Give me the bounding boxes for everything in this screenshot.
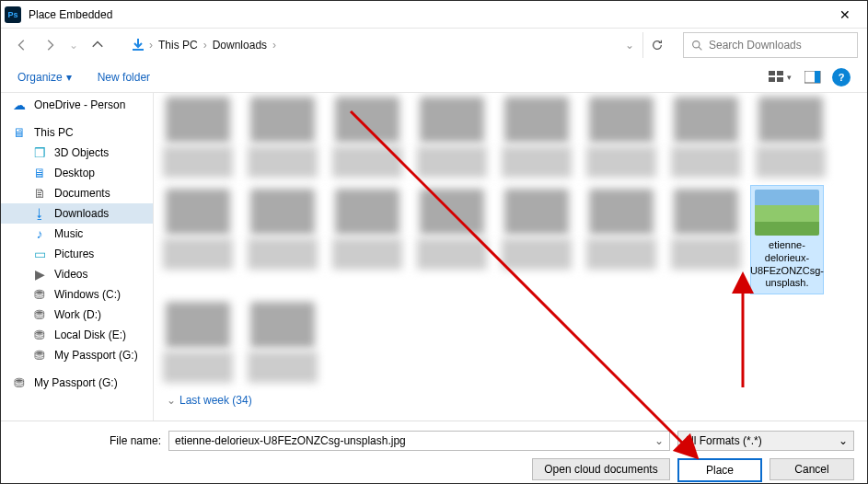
svg-rect-3	[769, 77, 775, 82]
file-thumb[interactable]	[754, 97, 827, 178]
chevron-down-icon: ▾	[787, 73, 792, 82]
file-thumb[interactable]	[584, 189, 658, 291]
sidebar-item-videos[interactable]: ▶Videos	[1, 264, 153, 284]
toolbar: Organize ▾ New folder ▾ ?	[1, 62, 867, 93]
refresh-button[interactable]	[642, 32, 670, 58]
file-thumb[interactable]	[584, 97, 658, 178]
cloud-icon: ☁	[12, 98, 27, 112]
file-thumb[interactable]	[161, 97, 235, 178]
pictures-icon: ▭	[32, 247, 47, 261]
sidebar-item-music[interactable]: ♪Music	[1, 224, 153, 244]
close-icon[interactable]: ✕	[827, 7, 863, 22]
breadcrumb-expand-icon[interactable]: ⌄	[625, 39, 634, 52]
chevron-down-icon[interactable]: ⌄	[654, 434, 664, 447]
sidebar-item-thispc[interactable]: 🖥 This PC	[1, 122, 153, 143]
cancel-button[interactable]: Cancel	[770, 458, 854, 480]
sidebar-item-3d-objects[interactable]: ❒3D Objects	[1, 143, 153, 163]
group-header-lastweek[interactable]: ⌄ Last week (34)	[167, 394, 860, 407]
drive-icon: ⛃	[12, 375, 27, 390]
filename-label: File name:	[14, 434, 161, 447]
breadcrumb-root[interactable]: This PC	[153, 39, 203, 52]
place-button[interactable]: Place	[677, 458, 762, 482]
window-title: Place Embedded	[29, 8, 827, 21]
help-button[interactable]: ?	[832, 68, 851, 86]
open-cloud-button[interactable]: Open cloud documents	[532, 458, 670, 480]
sidebar-item-downloads[interactable]: ⭳Downloads	[1, 203, 153, 224]
file-thumb[interactable]	[500, 97, 573, 178]
preview-pane-button[interactable]	[799, 67, 827, 87]
back-button[interactable]	[10, 33, 34, 57]
file-thumb[interactable]	[415, 97, 489, 178]
breadcrumb[interactable]: › This PC › Downloads › ⌄	[117, 32, 635, 58]
svg-point-0	[693, 40, 700, 47]
file-thumb[interactable]	[161, 189, 235, 291]
file-thumb[interactable]	[669, 189, 743, 291]
svg-rect-6	[815, 71, 820, 83]
sidebar: ☁ OneDrive - Person 🖥 This PC ❒3D Object…	[1, 93, 154, 424]
file-thumb-selected[interactable]: etienne-delorieux-U8FEzONZCsg-unsplash.	[750, 185, 824, 294]
sidebar-item-passport-2[interactable]: ⛃My Passport (G:)	[1, 373, 153, 393]
sidebar-item-drive-e[interactable]: ⛃Local Disk (E:)	[1, 325, 153, 345]
new-folder-button[interactable]: New folder	[98, 71, 150, 84]
file-label: etienne-delorieux-U8FEzONZCsg-unsplash.	[750, 239, 824, 290]
file-thumb[interactable]	[330, 97, 404, 178]
videos-icon: ▶	[32, 267, 47, 282]
file-thumb[interactable]	[330, 189, 404, 291]
breadcrumb-current[interactable]: Downloads	[207, 39, 272, 52]
sidebar-item-drive-d[interactable]: ⛃Work (D:)	[1, 305, 153, 325]
chevron-down-icon: ▾	[66, 71, 72, 84]
main-area: ☁ OneDrive - Person 🖥 This PC ❒3D Object…	[1, 93, 867, 424]
search-placeholder: Search Downloads	[709, 39, 802, 52]
file-thumb[interactable]	[161, 302, 235, 383]
sidebar-item-documents[interactable]: 🗎Documents	[1, 183, 153, 203]
up-button[interactable]	[86, 33, 110, 57]
file-thumb[interactable]	[500, 189, 573, 291]
downloads-glyph-icon	[127, 34, 149, 56]
desktop-icon: 🖥	[32, 166, 47, 180]
music-icon: ♪	[32, 226, 47, 241]
cube-icon: ❒	[32, 145, 47, 160]
search-input[interactable]: Search Downloads	[683, 32, 858, 58]
sidebar-item-pictures[interactable]: ▭Pictures	[1, 244, 153, 264]
organize-menu[interactable]: Organize ▾	[17, 71, 72, 84]
file-thumb[interactable]	[246, 189, 319, 291]
drive-icon: ⛃	[32, 348, 47, 363]
forward-button[interactable]	[38, 33, 62, 57]
file-thumb[interactable]	[415, 189, 489, 291]
filename-input[interactable]: etienne-delorieux-U8FEzONZCsg-unsplash.j…	[168, 431, 670, 451]
svg-rect-2	[777, 71, 783, 75]
download-icon: ⭳	[32, 206, 47, 221]
file-thumb[interactable]	[246, 97, 319, 178]
file-grid[interactable]: etienne-delorieux-U8FEzONZCsg-unsplash. …	[154, 93, 867, 424]
chevron-down-icon: ⌄	[839, 434, 848, 447]
titlebar: Ps Place Embedded ✕	[1, 1, 867, 29]
monitor-icon: 🖥	[12, 125, 27, 140]
search-icon	[691, 40, 703, 52]
documents-icon: 🗎	[32, 186, 47, 201]
sidebar-item-onedrive[interactable]: ☁ OneDrive - Person	[1, 95, 153, 115]
recent-dropdown-icon[interactable]: ⌄	[65, 39, 82, 52]
view-mode-button[interactable]: ▾	[766, 67, 793, 87]
footer: File name: etienne-delorieux-U8FEzONZCsg…	[1, 421, 867, 483]
file-thumb[interactable]	[669, 97, 743, 178]
svg-rect-4	[777, 77, 783, 82]
chevron-down-icon: ⌄	[167, 394, 176, 407]
file-thumb[interactable]	[246, 302, 319, 383]
file-type-select[interactable]: All Formats (*.*) ⌄	[677, 431, 854, 451]
drive-icon: ⛃	[32, 328, 47, 342]
thumbnail-image	[755, 190, 819, 236]
svg-rect-1	[769, 71, 775, 75]
drive-icon: ⛃	[32, 307, 47, 322]
sidebar-item-drive-c[interactable]: ⛃Windows (C:)	[1, 284, 153, 305]
sidebar-item-desktop[interactable]: 🖥Desktop	[1, 163, 153, 183]
navbar: ⌄ › This PC › Downloads › ⌄ Search Downl…	[1, 29, 867, 62]
drive-icon: ⛃	[32, 287, 47, 302]
photoshop-app-icon: Ps	[5, 6, 21, 23]
sidebar-item-passport-1[interactable]: ⛃My Passport (G:)	[1, 345, 153, 365]
